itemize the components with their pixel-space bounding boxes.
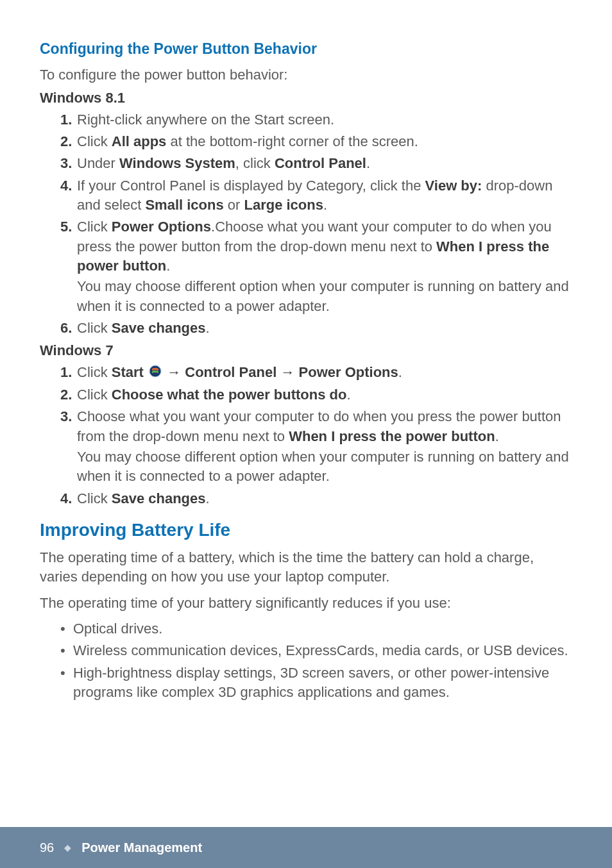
- step-text: Click: [77, 219, 112, 235]
- paragraph: The operating time of a battery, which i…: [40, 548, 572, 587]
- page-footer: 96 ◆ Power Management: [0, 827, 612, 868]
- step-text: .: [206, 320, 210, 336]
- bold-text: Save changes: [112, 490, 206, 506]
- step-number: 3.: [60, 154, 72, 173]
- step-text: Click: [77, 320, 112, 336]
- bold-text: Start: [112, 364, 148, 380]
- step-subtext: You may choose different option when you…: [77, 276, 572, 316]
- step-text: at the bottom-right corner of the screen…: [166, 133, 418, 149]
- windows-start-orb-icon: [149, 363, 162, 383]
- heading-config-power-button: Configuring the Power Button Behavior: [40, 40, 572, 59]
- step-item: 4. If your Control Panel is displayed by…: [60, 176, 572, 215]
- bold-text: Choose what the power buttons do: [112, 387, 347, 403]
- step-number: 1.: [60, 110, 72, 129]
- paragraph: The operating time of your battery signi…: [40, 594, 572, 613]
- step-text: Right-click anywhere on the Start screen…: [77, 112, 334, 128]
- arrow-icon: →: [163, 364, 185, 380]
- step-text: Under: [77, 155, 119, 171]
- step-number: 4.: [60, 489, 72, 508]
- step-subtext: You may choose different option when you…: [77, 446, 572, 487]
- step-text: Click: [77, 133, 112, 149]
- bold-text: Control Panel: [275, 155, 366, 171]
- step-item: 3. Choose what you want your computer to…: [60, 407, 572, 486]
- step-item: 1. Right-click anywhere on the Start scr…: [60, 110, 572, 129]
- heading-improving-battery-life: Improving Battery Life: [40, 520, 572, 540]
- bold-text: View by:: [425, 178, 482, 194]
- steps-windows-81: 1. Right-click anywhere on the Start scr…: [40, 110, 572, 338]
- step-item: 1. Click Start → Control Panel → Power O…: [60, 363, 572, 383]
- bold-text: Windows System: [119, 155, 235, 171]
- step-item: 5. Click Power Options.Choose what you w…: [60, 217, 572, 316]
- list-item: Optical drives.: [60, 619, 572, 638]
- step-text: or: [224, 197, 244, 213]
- bold-text: All apps: [112, 133, 167, 149]
- step-number: 4.: [60, 176, 72, 196]
- diamond-separator-icon: ◆: [64, 842, 71, 853]
- steps-windows-7: 1. Click Start → Control Panel → Power O…: [40, 363, 572, 509]
- heading-windows-7: Windows 7: [40, 342, 572, 359]
- step-item: 3. Under Windows System, click Control P…: [60, 154, 572, 173]
- heading-windows-81: Windows 8.1: [40, 90, 572, 106]
- step-text: .: [323, 197, 327, 213]
- step-item: 4. Click Save changes.: [60, 489, 572, 508]
- step-item: 2. Click All apps at the bottom-right co…: [60, 132, 572, 151]
- bold-text: Control Panel: [185, 364, 276, 380]
- step-text: .: [206, 490, 210, 506]
- page-number: 96: [40, 840, 54, 855]
- step-text: .: [346, 387, 350, 403]
- step-text: .: [366, 155, 370, 171]
- list-item: Wireless communication devices, ExpressC…: [60, 641, 572, 660]
- step-text: Click: [77, 387, 112, 403]
- bold-text: When I press the power button: [289, 428, 495, 444]
- bold-text: Small icons: [145, 197, 223, 213]
- step-item: 2. Click Choose what the power buttons d…: [60, 385, 572, 405]
- step-text: .: [398, 364, 402, 380]
- page-content: Configuring the Power Button Behavior To…: [0, 0, 612, 703]
- section-title: Power Management: [81, 840, 202, 855]
- step-text: .: [166, 258, 170, 274]
- step-text: If your Control Panel is displayed by Ca…: [77, 178, 425, 194]
- step-text: Click: [77, 490, 112, 506]
- step-number: 1.: [60, 363, 72, 382]
- step-item: 6. Click Save changes.: [60, 319, 572, 338]
- bullet-list: Optical drives. Wireless communication d…: [40, 619, 572, 702]
- step-number: 2.: [60, 132, 72, 151]
- arrow-icon: →: [276, 364, 298, 380]
- bold-text: Power Options: [299, 364, 398, 380]
- step-text: , click: [235, 155, 275, 171]
- step-text: Click: [77, 364, 112, 380]
- bold-text: Save changes: [112, 320, 206, 336]
- list-item: High-brightness display settings, 3D scr…: [60, 664, 572, 703]
- bold-text: Large icons: [244, 197, 323, 213]
- step-text: .: [495, 428, 499, 444]
- step-number: 5.: [60, 217, 72, 237]
- step-number: 2.: [60, 385, 72, 405]
- step-number: 6.: [60, 319, 72, 338]
- bold-text: Power Options: [112, 219, 211, 235]
- step-number: 3.: [60, 407, 72, 426]
- intro-text: To configure the power button behavior:: [40, 65, 572, 85]
